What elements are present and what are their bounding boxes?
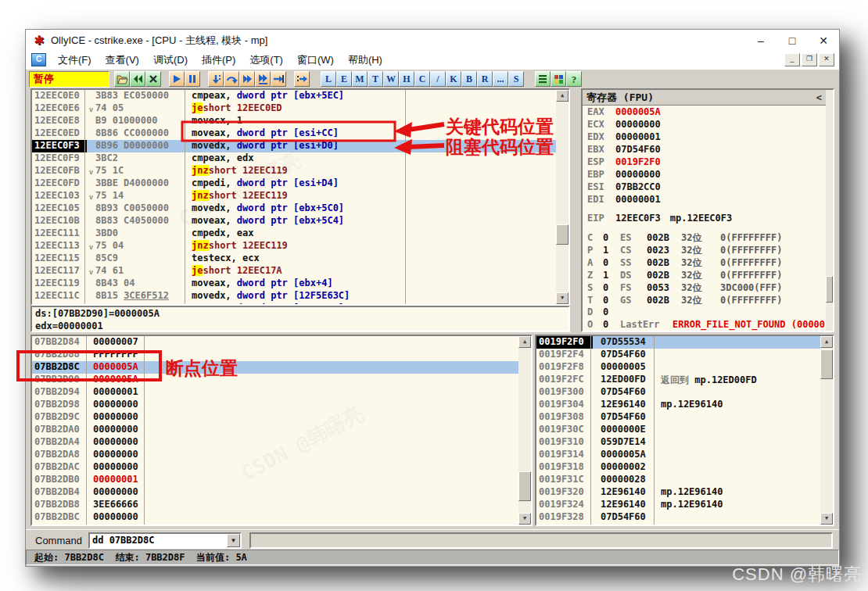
scroll-thumb[interactable]: [556, 224, 569, 245]
toolbar-animate-over-button[interactable]: [255, 71, 271, 87]
disasm-row[interactable]: 12EEC11C8B15 3CE6F512movedx, dword ptr […: [32, 290, 556, 303]
toolbar-appearance-button[interactable]: [551, 71, 566, 87]
stack-row[interactable]: 0019F30412E96140mp.12E96140: [536, 399, 820, 411]
stack-row[interactable]: 0019F32C07D54F60: [536, 524, 820, 525]
dump-scrollbar[interactable]: ▲ ▼: [518, 336, 531, 525]
stack-row[interactable]: 0019F2F800000005: [536, 361, 820, 374]
scroll-down-icon[interactable]: ▼: [518, 513, 531, 525]
toolbar-window-/-button[interactable]: /: [430, 71, 446, 87]
disasm-row[interactable]: 12EEC10B8B83 C4050000moveax, dword ptr […: [32, 215, 556, 227]
toolbar-window-T-button[interactable]: T: [368, 71, 383, 87]
dump-row[interactable]: 07BB2DBC00000000: [32, 511, 518, 524]
register-row[interactable]: O0LastErrERROR_FILE_NOT_FOUND (00000: [583, 319, 826, 331]
menu-debug[interactable]: 调试(D): [146, 52, 195, 69]
toolbar-execute-till-return-button[interactable]: [271, 71, 286, 87]
stack-row[interactable]: 0019F31C00000028: [536, 474, 820, 486]
toolbar-window-M-button[interactable]: M: [352, 71, 368, 87]
stack-row[interactable]: 0019F32807D54F60: [536, 511, 820, 524]
register-row[interactable]: EBP00000000: [583, 169, 826, 181]
toolbar-pause-button[interactable]: [185, 71, 200, 87]
dump-row[interactable]: 07BB2D8C0000005A: [32, 361, 518, 374]
mdi-close-button[interactable]: ✕: [819, 53, 834, 66]
scroll-up-icon[interactable]: ▲: [820, 336, 833, 348]
disasm-row[interactable]: 12EEC1198B43 04moveax, dword ptr [ebx+4]: [32, 278, 556, 290]
toolbar-window-H-button[interactable]: H: [399, 71, 414, 87]
toolbar-window-K-button[interactable]: K: [446, 71, 461, 87]
scroll-down-icon[interactable]: ▼: [556, 292, 569, 304]
toolbar-animate-into-button[interactable]: [239, 71, 255, 87]
disasm-row[interactable]: 12EEC0F38B96 D0000000movedx, dword ptr […: [32, 140, 556, 152]
cpu-window-icon[interactable]: C: [31, 53, 46, 66]
disasm-row[interactable]: 12EEC1058B93 C0050000movedx, dword ptr […: [32, 202, 556, 215]
stack-row[interactable]: 0019F310059D7E14: [536, 436, 820, 449]
mdi-minimize-button[interactable]: _: [784, 53, 800, 66]
register-row[interactable]: C0ES002B32位0(FFFFFFFF): [583, 231, 826, 244]
stack-row[interactable]: 0019F30007D54F60: [536, 386, 820, 399]
disasm-row[interactable]: 12EEC0E8B9 01000000movecx, 1: [32, 115, 556, 127]
stack-row[interactable]: 0019F30C0000000E: [536, 424, 820, 436]
register-row[interactable]: D0: [583, 306, 826, 319]
stack-row[interactable]: 0019F30807D54F60: [536, 411, 820, 424]
toolbar-help-button[interactable]: ?: [566, 71, 582, 87]
register-row[interactable]: EAX0000005A: [583, 106, 826, 119]
toolbar-windows-list-button[interactable]: [535, 71, 551, 87]
stack-row[interactable]: 0019F2F007D55534: [536, 336, 820, 349]
chevron-down-icon[interactable]: ▼: [227, 534, 240, 547]
toolbar-window-S-button[interactable]: S: [508, 71, 524, 87]
stack-row[interactable]: 0019F32012E96140mp.12E96140: [536, 486, 820, 499]
disasm-row[interactable]: 12EEC1228B88 8C030000movecx, dword ptr […: [32, 303, 556, 304]
mdi-restore-button[interactable]: ❐: [802, 53, 817, 66]
stack-row[interactable]: 0019F3140000005A: [536, 449, 820, 461]
dump-row[interactable]: 07BB2D8400000007: [32, 336, 518, 349]
disasm-row[interactable]: 12EEC0ED8B86 CC000000moveax, dword ptr […: [32, 127, 556, 140]
menu-window[interactable]: 窗口(W): [290, 52, 341, 69]
toolbar-window-B-button[interactable]: B: [461, 71, 477, 87]
dump-row[interactable]: 07BB2DA800000000: [32, 449, 518, 461]
toolbar-window-E-button[interactable]: E: [336, 71, 352, 87]
register-row[interactable]: ECX00000000: [583, 119, 826, 131]
disasm-row[interactable]: 12EEC113v75 04jnzshort 12EEC119: [32, 240, 556, 253]
register-row[interactable]: EBX07D54F60: [583, 144, 826, 156]
register-row[interactable]: EIP12EEC0F3mp.12EEC0F3: [583, 213, 826, 225]
toolbar-close-window-button[interactable]: [145, 71, 161, 87]
dump-row[interactable]: 07BB2D900000005A: [32, 374, 518, 386]
register-row[interactable]: ESI07BB2CC0: [583, 181, 826, 194]
registers-scrollbar[interactable]: [826, 90, 833, 331]
dump-row[interactable]: 07BB2DA000000000: [32, 424, 518, 436]
register-row[interactable]: P1CS002332位0(FFFFFFFF): [583, 244, 826, 256]
stack-row[interactable]: 0019F32412E96140mp.12E96140: [536, 499, 820, 511]
register-row[interactable]: T0GS002B32位0(FFFFFFFF): [583, 294, 826, 306]
disasm-row[interactable]: 12EEC117v74 61jeshort 12EEC17A: [32, 265, 556, 278]
scroll-down-icon[interactable]: ▼: [820, 513, 833, 525]
scroll-thumb[interactable]: [518, 471, 531, 501]
stack-scrollbar[interactable]: ▲ ▼: [820, 336, 833, 525]
disasm-row[interactable]: 12EEC0E6v74 05jeshort 12EEC0ED: [32, 102, 556, 115]
dump-row[interactable]: 07BB2DB000000001: [32, 474, 518, 486]
menu-view[interactable]: 查看(V): [99, 52, 146, 69]
menu-plugins[interactable]: 插件(P): [195, 52, 242, 69]
scroll-up-icon[interactable]: ▲: [518, 336, 531, 348]
disasm-row[interactable]: 12EEC1113BD0cmpedx, eax: [32, 227, 556, 240]
close-button[interactable]: ✕: [808, 30, 839, 51]
scroll-thumb[interactable]: [820, 349, 833, 379]
dump-row[interactable]: 07BB2DB83EE66666: [32, 499, 518, 511]
toolbar-open-file-button[interactable]: [114, 71, 130, 87]
menu-options[interactable]: 选项(T): [242, 52, 290, 69]
toolbar-window-L-button[interactable]: L: [321, 71, 336, 87]
stack-row[interactable]: 0019F2FC12ED00FD返回到 mp.12ED00FD: [536, 374, 820, 386]
collapse-icon[interactable]: <: [816, 92, 822, 103]
register-row[interactable]: A0SS002B32位0(FFFFFFFF): [583, 256, 826, 269]
disasm-row[interactable]: 12EEC0F93BC2cmpeax, edx: [32, 152, 556, 165]
register-row[interactable]: ESP0019F2F0: [583, 156, 826, 169]
command-input[interactable]: [90, 535, 227, 546]
dump-row[interactable]: 07BB2D88FFFFFFFF: [32, 349, 518, 361]
disasm-row[interactable]: 12EEC0E03B83 EC050000cmpeax, dword ptr […: [32, 90, 556, 102]
register-row[interactable]: S0FS005332位3DC000(FFF): [583, 281, 826, 294]
toolbar-step-over-button[interactable]: [224, 71, 239, 87]
disasm-row[interactable]: 12EEC103v75 14jnzshort 12EEC119: [32, 190, 556, 202]
disasm-row[interactable]: 12EEC0FD3BBE D4000000cmpedi, dword ptr […: [32, 177, 556, 190]
dump-row[interactable]: 07BB2DC000000000: [32, 524, 518, 525]
disasm-row[interactable]: 12EEC11585C9testecx, ecx: [32, 253, 556, 265]
scroll-thumb[interactable]: [826, 276, 833, 303]
disasm-scrollbar[interactable]: ▲ ▼: [556, 90, 569, 304]
